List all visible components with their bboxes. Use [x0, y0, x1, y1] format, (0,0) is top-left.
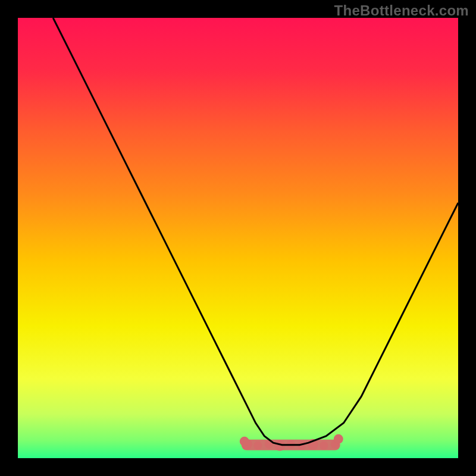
svg-point-10 — [334, 434, 343, 444]
watermark-text: TheBottleneck.com — [334, 2, 469, 19]
gradient-background — [18, 18, 458, 458]
chart-frame: TheBottleneck.com — [0, 0, 476, 476]
svg-point-1 — [253, 441, 262, 450]
svg-point-9 — [240, 437, 249, 446]
plot-area — [18, 18, 458, 458]
bottleneck-plot — [18, 18, 458, 458]
svg-point-7 — [320, 441, 328, 450]
